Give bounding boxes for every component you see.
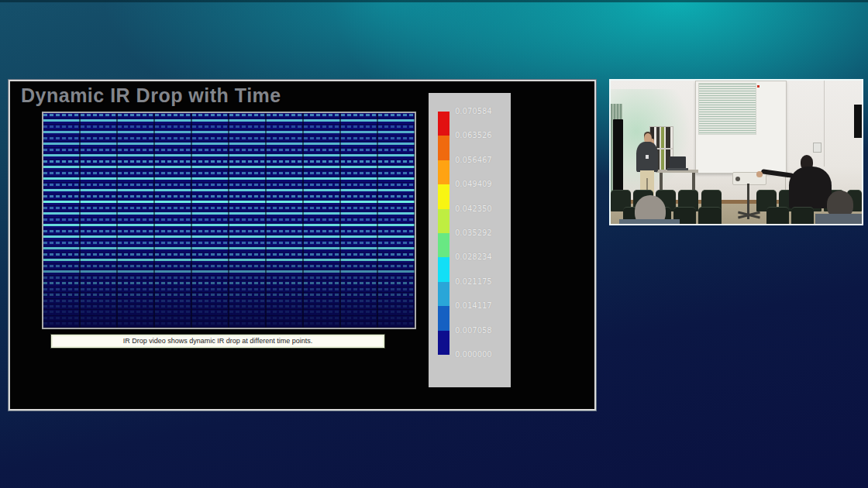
heatmap-row	[43, 113, 415, 119]
heatmap-row	[43, 270, 415, 275]
legend-tick-label: 0.035292	[455, 228, 509, 239]
chair	[791, 207, 814, 225]
presenter-badge	[646, 155, 649, 159]
heatmap-stripe	[43, 300, 415, 302]
legend-tick-label: 0.056467	[455, 155, 509, 166]
legend-tick-label: 0.070584	[455, 106, 509, 117]
legend-tick-label: 0.021175	[455, 277, 509, 287]
heatmap-stripe	[43, 242, 415, 244]
heatmap-row	[43, 276, 415, 281]
legend-colorbar	[438, 112, 450, 355]
heatmap-stripe	[43, 184, 415, 186]
slide-caption: IR Drop video shows dynamic IR drop at d…	[51, 335, 384, 348]
heatmap-row	[43, 200, 415, 205]
heatmap-stripe	[43, 218, 415, 221]
heatmap-row	[43, 171, 415, 177]
heatmap-row	[43, 241, 415, 246]
legend-tick-label: 0.042350	[455, 204, 509, 215]
legend-tick-label: 0.000000	[455, 349, 509, 360]
heatmap-row	[43, 264, 415, 270]
legend-tick-label: 0.063526	[455, 130, 509, 141]
laptop-base	[667, 168, 689, 170]
laptop	[670, 156, 686, 169]
heatmap-row	[43, 287, 415, 293]
heatmap-rows	[43, 113, 415, 328]
colorbar-legend-panel: 0.0705840.0635260.0564670.0494090.042350…	[429, 93, 511, 387]
heatmap-row	[43, 125, 415, 130]
slide-title: Dynamic IR Drop with Time	[21, 84, 281, 107]
legend-color-segment	[438, 184, 450, 208]
heatmap-stripe	[43, 322, 415, 325]
heatmap-stripe	[43, 137, 415, 139]
legend-color-segment	[438, 209, 450, 233]
heatmap-row	[43, 293, 415, 298]
heatmap-row	[43, 130, 415, 136]
legend-color-segment	[438, 257, 450, 281]
heatmap-row	[43, 188, 415, 194]
heatmap-stripe	[43, 265, 415, 267]
legend-color-segment	[438, 136, 450, 160]
heatmap-stripe	[43, 305, 415, 308]
heatmap-stripe	[43, 277, 415, 279]
heatmap-row	[43, 183, 415, 188]
heatmap-row	[43, 235, 415, 240]
heatmap-stripe	[43, 172, 415, 174]
legend-color-segment	[438, 112, 450, 136]
legend-labels: 0.0705840.0635260.0564670.0494090.042350…	[455, 106, 509, 360]
heatmap-stripe	[43, 207, 415, 209]
heatmap-stripe	[43, 160, 415, 163]
heatmap-row	[43, 148, 415, 153]
legend-tick-label: 0.007058	[455, 325, 509, 336]
webcam-view	[609, 79, 863, 225]
heatmap-stripe	[43, 317, 415, 319]
heatmap-stripe	[43, 114, 415, 116]
heatmap-stripe	[43, 282, 415, 284]
heatmap-stripe	[43, 195, 415, 198]
heatmap-row	[43, 321, 415, 327]
heatmap-stripe	[43, 177, 415, 180]
heatmap-stripe	[43, 201, 415, 203]
foreground-audience-shoulders	[619, 219, 680, 225]
heatmap-row	[43, 119, 415, 124]
heatmap-stripe	[43, 235, 415, 238]
legend-tick-label: 0.014117	[455, 301, 509, 311]
heatmap-stripe	[43, 212, 415, 215]
legend-color-segment	[438, 282, 450, 306]
heatmap-row	[43, 281, 415, 287]
wall-switch	[813, 143, 822, 153]
legend-color-segment	[438, 233, 450, 257]
heatmap-stripe	[43, 143, 415, 145]
ir-drop-heatmap	[42, 112, 416, 329]
heatmap-row	[43, 165, 415, 170]
projector-screen	[695, 81, 787, 174]
legend-color-segment	[438, 160, 450, 184]
heatmap-stripe	[43, 131, 415, 133]
heatmap-row	[43, 206, 415, 211]
legend-color-segment	[438, 306, 450, 330]
heatmap-stripe	[43, 125, 415, 128]
heatmap-stripe	[43, 311, 415, 313]
heatmap-stripe	[43, 230, 415, 232]
heatmap-stripe	[43, 166, 415, 168]
audience-member-torso	[789, 167, 832, 208]
heatmap-row	[43, 194, 415, 200]
heatmap-row	[43, 142, 415, 147]
heatmap-row	[43, 136, 415, 142]
heatmap-row	[43, 229, 415, 235]
heatmap-row	[43, 316, 415, 321]
top-shade	[0, 0, 868, 2]
heatmap-stripe	[43, 154, 415, 156]
projector-lens	[735, 177, 740, 181]
heatmap-stripe	[43, 224, 415, 226]
heatmap-stripe	[43, 294, 415, 296]
heatmap-row	[43, 246, 415, 252]
heatmap-row	[43, 310, 415, 315]
heatmap-row	[43, 218, 415, 223]
heatmap-stripe	[43, 259, 415, 261]
chair	[766, 207, 789, 225]
heatmap-row	[43, 177, 415, 182]
heatmap-stripe	[43, 119, 415, 122]
heatmap-stripe	[43, 288, 415, 290]
speaker-left	[613, 119, 623, 197]
wall-seam	[824, 81, 825, 167]
